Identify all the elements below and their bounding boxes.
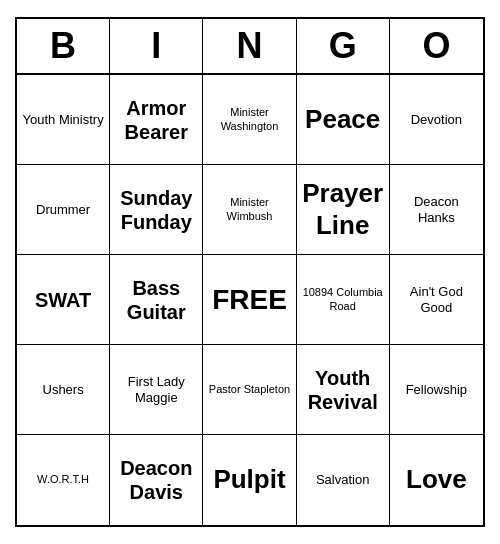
header-letter-n: N: [203, 19, 296, 73]
bingo-cell-16: First Lady Maggie: [110, 345, 203, 435]
bingo-cell-19: Fellowship: [390, 345, 483, 435]
bingo-cell-15: Ushers: [17, 345, 110, 435]
bingo-cell-23: Salvation: [297, 435, 390, 525]
bingo-cell-18: Youth Revival: [297, 345, 390, 435]
bingo-cell-1: Armor Bearer: [110, 75, 203, 165]
bingo-cell-13: 10894 Columbia Road: [297, 255, 390, 345]
bingo-card: BINGO Youth MinistryArmor BearerMinister…: [15, 17, 485, 527]
header-letter-i: I: [110, 19, 203, 73]
bingo-cell-10: SWAT: [17, 255, 110, 345]
bingo-cell-14: Ain't God Good: [390, 255, 483, 345]
bingo-cell-5: Drummer: [17, 165, 110, 255]
bingo-cell-6: Sunday Funday: [110, 165, 203, 255]
bingo-cell-22: Pulpit: [203, 435, 296, 525]
bingo-cell-24: Love: [390, 435, 483, 525]
header-letter-b: B: [17, 19, 110, 73]
header-letter-g: G: [297, 19, 390, 73]
bingo-cell-11: Bass Guitar: [110, 255, 203, 345]
bingo-cell-12: FREE: [203, 255, 296, 345]
bingo-grid: Youth MinistryArmor BearerMinister Washi…: [17, 75, 483, 525]
bingo-cell-0: Youth Ministry: [17, 75, 110, 165]
bingo-cell-2: Minister Washington: [203, 75, 296, 165]
bingo-cell-7: Minister Wimbush: [203, 165, 296, 255]
header-letter-o: O: [390, 19, 483, 73]
bingo-cell-8: Prayer Line: [297, 165, 390, 255]
bingo-header: BINGO: [17, 19, 483, 75]
bingo-cell-17: Pastor Stapleton: [203, 345, 296, 435]
bingo-cell-20: W.O.R.T.H: [17, 435, 110, 525]
bingo-cell-9: Deacon Hanks: [390, 165, 483, 255]
bingo-cell-3: Peace: [297, 75, 390, 165]
bingo-cell-21: Deacon Davis: [110, 435, 203, 525]
bingo-cell-4: Devotion: [390, 75, 483, 165]
